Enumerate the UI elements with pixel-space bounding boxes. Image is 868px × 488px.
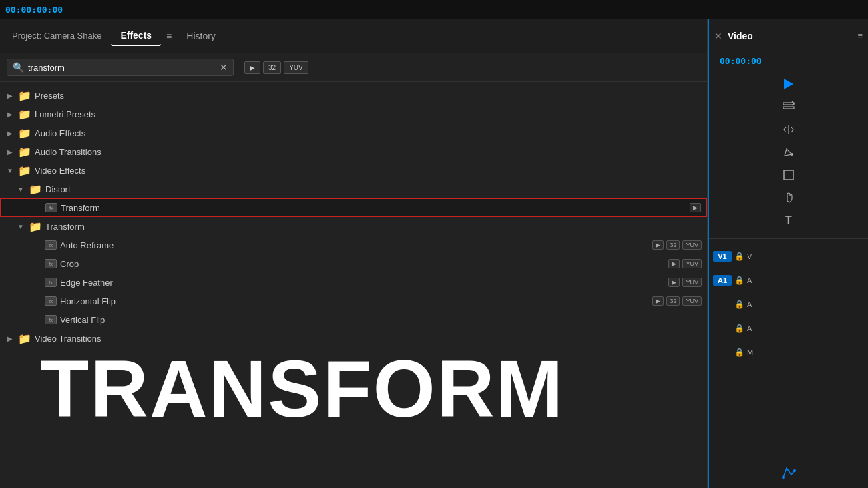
hand-icon [783,192,795,204]
badges-horizontal-flip: ▶ 32 YUV [652,296,702,306]
tool-btn-rect[interactable] [777,165,801,185]
svg-rect-1 [783,107,794,109]
tree-item-audio-transitions[interactable]: ▶ 📁 Audio Transitions [0,142,707,161]
text-tool-icon: T [785,214,792,226]
tree-item-presets[interactable]: ▶ 📁 Presets [0,86,707,105]
badge-acc-transform: ▶ [690,203,701,212]
toolbar-icons: ▶ 32 YUV [244,61,308,74]
folder-icon-video-transitions: 📁 [18,332,31,345]
effect-icon-crop: fx [45,259,57,268]
label-video-transitions: Video Transitions [35,334,702,344]
chevron-video-effects: ▼ [5,167,15,174]
folder-icon-audio-effects: 📁 [18,127,31,140]
right-panel-content: ✕ Video ≡ 00:00:00 [709,19,868,488]
chevron-audio-effects: ▶ [5,130,15,137]
tree-item-distort[interactable]: ▼ 📁 Distort [0,180,707,198]
badges-auto-reframe: ▶ 32 YUV [652,240,702,250]
tree-item-transform-effect[interactable]: fx Transform ▶ [0,198,707,217]
close-right-panel-button[interactable]: ✕ [714,31,722,41]
badges-crop: ▶ YUV [668,259,702,268]
tool-btn-hand[interactable] [777,188,801,208]
folder-icon-presets: 📁 [18,89,31,102]
tree-item-edge-feather[interactable]: fx Edge Feather ▶ YUV [0,273,707,292]
tree-item-video-effects[interactable]: ▼ 📁 Video Effects [0,161,707,180]
tree-item-video-transitions[interactable]: ▶ 📁 Video Transitions [0,329,707,348]
track-select-icon [783,101,795,113]
tree-item-horizontal-flip[interactable]: fx Horizontal Flip ▶ 32 YUV [0,292,707,310]
right-panel-header: ✕ Video ≡ [709,19,868,53]
svg-point-6 [793,469,796,472]
clear-search-button[interactable]: ✕ [220,62,228,73]
timecode-bar: 00:00:00:00 [0,0,868,19]
label-distort: Distort [45,184,702,194]
tree-item-lumetri[interactable]: ▶ 📁 Lumetri Presets [0,105,707,124]
folder-icon-lumetri: 📁 [18,108,31,121]
lock-icon-v1[interactable]: 🔒 [734,252,744,261]
search-icon: 🔍 [13,62,24,73]
track-v1-label[interactable]: V1 [713,251,732,262]
effect-icon-auto-reframe: fx [45,240,57,250]
tree-item-crop[interactable]: fx Crop ▶ YUV [0,254,707,273]
badges-edge-feather: ▶ YUV [668,278,702,287]
folder-icon-distort: 📁 [29,183,42,196]
tool-btn-ripple[interactable] [777,119,801,140]
tab-effects[interactable]: Effects [111,26,161,46]
arrow-tool-icon [784,79,793,89]
right-timecode-area: 00:00:00 [709,53,868,69]
lock-icon-a1[interactable]: 🔒 [734,276,744,285]
effect-icon-edge-feather: fx [45,278,57,287]
toolbar-btn-32[interactable]: 32 [263,61,281,74]
right-panel-menu-icon[interactable]: ≡ [857,31,863,41]
label-crop: Crop [60,259,665,269]
search-input[interactable] [28,63,216,73]
chevron-audio-transitions: ▶ [5,148,15,156]
tool-btn-path[interactable] [777,463,801,483]
tree-item-audio-effects[interactable]: ▶ 📁 Audio Effects [0,124,707,142]
tree-item-transform-folder[interactable]: ▼ 📁 Transform [0,217,707,236]
track-a1-label[interactable]: A1 [713,275,732,286]
tab-history[interactable]: History [177,27,225,45]
tool-btn-text[interactable]: T [777,210,801,230]
track-v1-name: V [747,252,864,260]
chevron-video-transitions: ▶ [5,335,15,342]
bottom-tool-area [709,457,868,488]
chevron-lumetri: ▶ [5,111,15,118]
tool-btn-pen[interactable] [777,142,801,162]
tree-item-vertical-flip[interactable]: fx Vertical Flip [0,310,707,329]
track-area: V1 🔒 V A1 🔒 A 🔒 A 🔒 A [709,242,868,457]
separator-1 [709,238,868,239]
lock-icon-a3[interactable]: 🔒 [734,324,744,333]
label-audio-transitions: Audio Transitions [35,147,702,157]
lock-icon-m[interactable]: 🔒 [734,348,744,357]
right-panel-title: Video [728,31,852,41]
svg-point-3 [791,153,793,156]
effect-icon-vertical-flip: fx [45,315,57,324]
panel-tabs: Project: Camera Shake Effects ≡ History [0,19,707,53]
tool-btn-track-select[interactable] [777,97,801,117]
track-row-a1: A1 🔒 A [709,268,868,292]
track-a3-name: A [747,324,864,332]
tool-btn-select[interactable] [777,74,801,94]
svg-rect-0 [783,103,794,105]
tree-list[interactable]: ▶ 📁 Presets ▶ 📁 Lumetri Presets ▶ 📁 Audi… [0,82,707,488]
pen-icon [783,146,795,158]
rect-icon [783,169,795,181]
main-timecode: 00:00:00:00 [5,5,63,15]
project-label[interactable]: Project: Camera Shake [5,27,108,45]
effects-menu-icon[interactable]: ≡ [164,28,174,44]
tree-item-auto-reframe[interactable]: fx Auto Reframe ▶ 32 YUV [0,236,707,254]
lock-icon-a2[interactable]: 🔒 [734,300,744,309]
effects-panel: Project: Camera Shake Effects ≡ History … [0,19,708,488]
chevron-presets: ▶ [5,92,15,99]
label-video-effects: Video Effects [35,166,702,176]
label-transform-effect: Transform [61,203,686,213]
toolbar-btn-yuv[interactable]: YUV [284,61,308,74]
effect-icon-transform: fx [45,203,57,212]
effect-icon-horizontal-flip: fx [45,296,57,306]
right-panel: ✕ Video ≡ 00:00:00 [708,19,868,488]
toolbar-btn-play[interactable]: ▶ [244,61,260,74]
track-a2-name: A [747,300,864,308]
track-a1-name: A [747,276,864,284]
badges-transform-effect: ▶ [690,203,701,212]
track-row-a3: 🔒 A [709,316,868,340]
